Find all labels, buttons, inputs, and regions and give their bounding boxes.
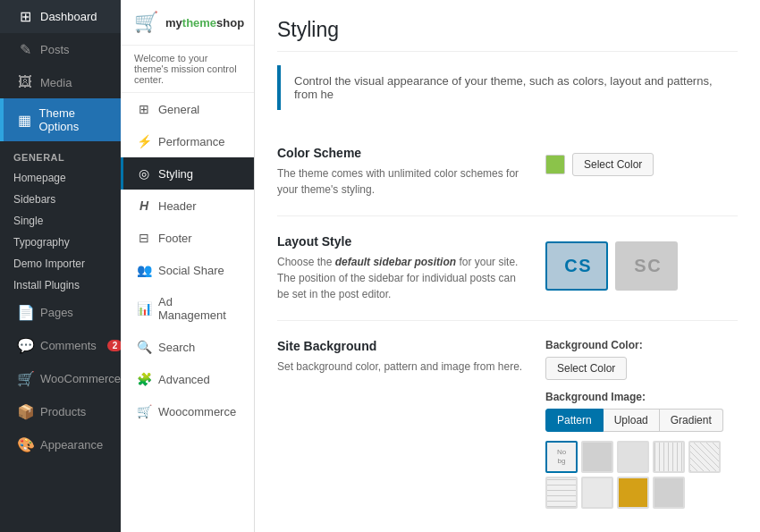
dashboard-icon: ⊞ <box>17 8 33 25</box>
bg-select-color-button[interactable]: Select Color <box>545 357 627 380</box>
ad-management-nav-icon: 📊 <box>137 301 151 316</box>
page-description: Control the visual appearance of your th… <box>277 65 738 110</box>
pattern-none[interactable]: Nobg <box>545 441 578 473</box>
theme-nav-social-share[interactable]: 👥 Social Share <box>121 254 254 286</box>
bg-image-label: Background Image: <box>545 391 738 403</box>
pattern-gold[interactable] <box>617 477 649 509</box>
media-icon: 🖼 <box>17 74 33 90</box>
site-background-left: Site Background Set background color, pa… <box>277 339 528 375</box>
layout-option-sc[interactable]: S C <box>615 241 678 291</box>
theme-nav-ad-management[interactable]: 📊 Ad Management <box>121 286 254 331</box>
site-background-desc: Set background color, pattern and image … <box>277 359 528 375</box>
bg-tab-gradient[interactable]: Gradient <box>660 409 723 432</box>
comments-icon: 💬 <box>17 337 33 354</box>
sidebar-item-theme-options[interactable]: ▦ Theme Options <box>0 98 121 141</box>
products-icon: 📦 <box>17 403 33 420</box>
color-scheme-right: Select Color <box>545 146 738 176</box>
pattern-solid[interactable] <box>581 441 613 473</box>
theme-nav-performance[interactable]: ⚡ Performance <box>121 125 254 157</box>
sidebar-item-posts[interactable]: ✎ Posts <box>0 33 121 66</box>
welcome-text: Welcome to your theme's mission control … <box>121 46 254 93</box>
layout-style-left: Layout Style Choose the default sidebar … <box>277 234 528 302</box>
color-scheme-control: Select Color <box>545 153 738 176</box>
sidebar-sub-single[interactable]: Single <box>0 210 121 232</box>
pages-icon: 📄 <box>17 304 33 321</box>
bg-image-tabs: Pattern Upload Gradient <box>545 409 738 432</box>
color-scheme-desc: The theme comes with unlimited color sch… <box>277 165 528 198</box>
search-nav-icon: 🔍 <box>137 340 151 354</box>
sidebar-item-appearance[interactable]: 🎨 Appearance <box>0 428 121 461</box>
pattern-horiz[interactable] <box>581 477 613 509</box>
pattern-grid: Nobg <box>545 441 738 509</box>
bg-tab-pattern[interactable]: Pattern <box>545 409 604 432</box>
sidebar-item-products[interactable]: 📦 Products <box>0 395 121 428</box>
main-content: Styling Control the visual appearance of… <box>255 0 760 532</box>
color-swatch[interactable] <box>545 155 565 174</box>
sidebar-item-media[interactable]: 🖼 Media <box>0 66 121 98</box>
color-scheme-left: Color Scheme The theme comes with unlimi… <box>277 146 528 198</box>
pattern-diagonal[interactable] <box>688 441 721 473</box>
pattern-light2[interactable] <box>653 477 685 509</box>
theme-options-icon: ▦ <box>17 112 32 129</box>
layout-options: C S S C <box>545 241 738 291</box>
bg-tab-upload[interactable]: Upload <box>604 409 660 432</box>
theme-options-nav: 🛒 mythemeshop Welcome to your theme's mi… <box>121 0 255 532</box>
header-nav-icon: H <box>137 198 151 213</box>
color-scheme-title: Color Scheme <box>277 146 528 160</box>
appearance-icon: 🎨 <box>17 436 33 453</box>
theme-nav-advanced[interactable]: 🧩 Advanced <box>121 363 254 395</box>
performance-nav-icon: ⚡ <box>137 134 151 148</box>
social-share-nav-icon: 👥 <box>137 263 151 277</box>
page-title: Styling <box>277 18 738 52</box>
sidebar-sub-homepage[interactable]: Homepage <box>0 167 121 189</box>
site-background-section: Site Background Set background color, pa… <box>277 321 738 532</box>
general-section-label: General <box>0 141 121 167</box>
sidebar-item-comments[interactable]: 💬 Comments 2 <box>0 329 121 362</box>
sidebar-sub-typography[interactable]: Typography <box>0 232 121 253</box>
theme-nav-header[interactable]: H Header <box>121 190 254 222</box>
styling-nav-icon: ◎ <box>137 166 151 181</box>
admin-sidebar: ⊞ Dashboard ✎ Posts 🖼 Media ▦ Theme Opti… <box>0 0 121 532</box>
layout-style-title: Layout Style <box>277 234 528 249</box>
main-inner: Styling Control the visual appearance of… <box>255 0 760 532</box>
woocommerce-icon: 🛒 <box>17 370 33 387</box>
bg-color-section: Background Color: Select Color <box>545 339 738 380</box>
pattern-vert[interactable] <box>653 441 685 473</box>
general-nav-icon: ⊞ <box>137 102 151 116</box>
color-scheme-section: Color Scheme The theme comes with unlimi… <box>277 128 738 216</box>
theme-nav-search[interactable]: 🔍 Search <box>121 331 254 363</box>
layout-style-right: C S S C <box>545 234 738 291</box>
layout-style-desc: Choose the default sidebar position for … <box>277 254 528 302</box>
advanced-nav-icon: 🧩 <box>137 372 151 386</box>
theme-nav-footer[interactable]: ⊟ Footer <box>121 222 254 254</box>
site-background-right: Background Color: Select Color Backgroun… <box>545 339 738 519</box>
bg-image-section: Background Image: Pattern Upload Gradien… <box>545 391 738 509</box>
theme-nav-general[interactable]: ⊞ General <box>121 93 254 125</box>
brand-name: mythemeshop <box>165 16 244 30</box>
brand-header: 🛒 mythemeshop <box>121 0 254 46</box>
cart-logo-icon: 🛒 <box>134 11 158 34</box>
layout-sc-label: S C <box>634 256 658 276</box>
bg-color-label: Background Color: <box>545 339 738 351</box>
theme-nav-styling[interactable]: ◎ Styling <box>121 157 254 190</box>
posts-icon: ✎ <box>17 41 33 58</box>
pattern-light[interactable] <box>617 441 649 473</box>
layout-cs-label: C S <box>564 256 588 276</box>
sidebar-sub-install-plugins[interactable]: Install Plugins <box>0 274 121 296</box>
footer-nav-icon: ⊟ <box>137 231 151 245</box>
comments-badge: 2 <box>107 340 121 351</box>
layout-style-section: Layout Style Choose the default sidebar … <box>277 216 738 321</box>
theme-nav-woocommerce[interactable]: 🛒 Woocommerce <box>121 395 254 427</box>
layout-option-cs[interactable]: C S <box>545 241 608 291</box>
sidebar-item-dashboard[interactable]: ⊞ Dashboard <box>0 0 121 33</box>
sidebar-sub-sidebars[interactable]: Sidebars <box>0 189 121 210</box>
sidebar-item-pages[interactable]: 📄 Pages <box>0 296 121 329</box>
sidebar-item-woocommerce[interactable]: 🛒 WooCommerce <box>0 362 121 395</box>
woocommerce-nav-icon: 🛒 <box>137 404 151 418</box>
site-background-title: Site Background <box>277 339 528 353</box>
sidebar-sub-demo-importer[interactable]: Demo Importer <box>0 253 121 274</box>
pattern-cross[interactable] <box>545 477 578 509</box>
select-color-button[interactable]: Select Color <box>572 153 654 176</box>
